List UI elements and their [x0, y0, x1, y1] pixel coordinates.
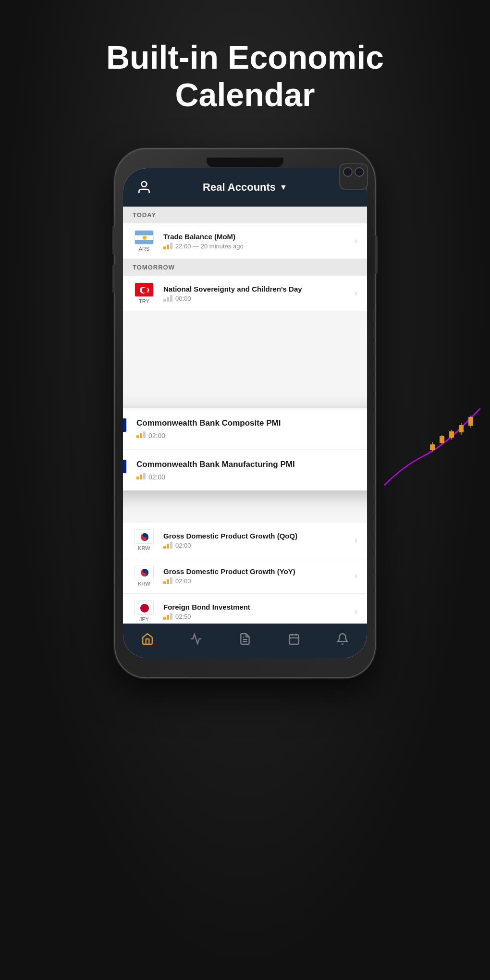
- more-events-container: KRW Gross Domestic Product Growth (QoQ): [123, 523, 367, 624]
- news-icon: [238, 632, 252, 646]
- floating-event-row-manufacturing[interactable]: AUD Commonwealth Bank Manufacturing PMI: [123, 450, 367, 490]
- section-tomorrow: TOMORROW: [123, 259, 367, 276]
- phone-camera-bump: [339, 163, 368, 190]
- nav-item-calendar[interactable]: [287, 632, 301, 646]
- flag-au-1: [123, 418, 127, 432]
- event-time-krw1: 02:00: [175, 542, 191, 549]
- event-info-foreign-bond: Foreign Bond Investment 02:50: [163, 603, 347, 620]
- event-time-ars: 22:00 — 20 minutes ago: [175, 243, 244, 250]
- event-time-row-krw2: 02:00: [163, 577, 347, 585]
- event-time-try: 00:00: [175, 295, 191, 302]
- flag-jp: [135, 600, 154, 615]
- nav-item-alerts[interactable]: [336, 632, 349, 646]
- section-today: TODAY: [123, 207, 367, 223]
- phone-notch: [207, 158, 283, 167]
- event-info-sovereignty: National Sovereignty and Children's Day …: [163, 285, 347, 302]
- event-row-try[interactable]: TRY National Sovereignty and Children's …: [123, 276, 367, 311]
- flag-container-aud-1: AUD: [123, 418, 129, 440]
- headline-line2: Calendar: [175, 76, 315, 113]
- headline-line1: Built-in Economic: [106, 39, 384, 75]
- flag-kr-1: [135, 529, 154, 544]
- svg-rect-9: [468, 417, 473, 426]
- svg-point-43: [143, 537, 147, 541]
- impact-bars-try: [163, 295, 172, 302]
- dropdown-arrow: ▼: [280, 183, 287, 192]
- event-name-trade-balance: Trade Balance (MoM): [163, 233, 347, 241]
- bell-icon: [336, 632, 349, 646]
- event-time-krw2: 02:00: [175, 577, 191, 585]
- flag-container-krw-2: KRW: [133, 565, 156, 587]
- phone-shell: Real Accounts ▼ TODAY: [115, 149, 375, 677]
- impact-bars-ars: [163, 243, 172, 249]
- currency-krw-2: KRW: [138, 581, 150, 587]
- nav-item-home[interactable]: [141, 632, 154, 646]
- floating-card: AUD Commonwealth Bank Composite PMI 02: [123, 408, 367, 490]
- app-header: Real Accounts ▼: [123, 168, 367, 207]
- svg-rect-1: [430, 444, 435, 450]
- phone-wrapper: Real Accounts ▼ TODAY: [115, 149, 375, 677]
- impact-bar-3: [143, 473, 146, 479]
- impact-bars-krw2: [163, 577, 172, 584]
- svg-point-46: [143, 569, 147, 573]
- impact-bar-3: [170, 243, 172, 249]
- event-name-gdp-yoy: Gross Domestic Product Growth (YoY): [163, 567, 347, 576]
- home-icon: [141, 632, 154, 646]
- impact-bars-aud1: [136, 431, 146, 438]
- flag-ar: [135, 230, 154, 245]
- event-row-jpy-bond[interactable]: JPY Foreign Bond Investment 02:50: [123, 594, 367, 624]
- flag-kr-2: [135, 565, 154, 579]
- impact-bar-1: [163, 299, 166, 302]
- impact-bar-3: [170, 577, 172, 584]
- chevron-krw1: ›: [355, 535, 357, 545]
- svg-point-42: [143, 533, 147, 537]
- event-info-gdp-yoy: Gross Domestic Product Growth (YoY) 02:0…: [163, 567, 347, 585]
- floating-event-row-composite[interactable]: AUD Commonwealth Bank Composite PMI 02: [123, 408, 367, 450]
- event-row-ars[interactable]: ARS Trade Balance (MoM) 22:00 — 20 minut…: [123, 223, 367, 259]
- impact-bars-jpy: [163, 613, 172, 620]
- event-time-aud2: 02:00: [148, 473, 165, 481]
- calendar-icon: [287, 632, 301, 646]
- nav-item-news[interactable]: [238, 632, 252, 646]
- user-icon[interactable]: [135, 178, 154, 197]
- currency-jpy: JPY: [139, 616, 149, 622]
- svg-point-47: [143, 573, 147, 576]
- svg-rect-52: [289, 635, 299, 644]
- flag-container-krw-1: KRW: [133, 529, 156, 551]
- impact-bar-1: [163, 546, 166, 549]
- impact-bars-krw1: [163, 542, 172, 549]
- event-row-krw-gdp-qoq[interactable]: KRW Gross Domestic Product Growth (QoQ): [123, 523, 367, 558]
- chevron-krw2: ›: [355, 571, 357, 581]
- impact-bars-aud2: [136, 473, 146, 479]
- event-info-manufacturing-pmi: Commonwealth Bank Manufacturing PMI 02:0…: [136, 460, 367, 481]
- camera-lens-2: [355, 167, 364, 177]
- svg-rect-20: [123, 418, 127, 432]
- svg-rect-5: [449, 431, 454, 438]
- impact-bar-1: [136, 435, 139, 438]
- chevron-jpy: ›: [355, 606, 357, 616]
- flag-au-2: [123, 459, 127, 474]
- impact-bar-1: [163, 617, 166, 620]
- phone-power-button: [375, 235, 378, 274]
- event-time-aud1: 02:00: [148, 432, 165, 440]
- event-time-row-aud2: 02:00: [136, 471, 367, 481]
- event-time-row-krw1: 02:00: [163, 542, 347, 549]
- header-title[interactable]: Real Accounts ▼: [203, 181, 287, 194]
- event-name-sovereignty: National Sovereignty and Children's Day: [163, 285, 347, 293]
- svg-point-13: [143, 236, 147, 240]
- svg-rect-3: [440, 436, 444, 443]
- svg-rect-30: [123, 460, 127, 474]
- impact-bar-2: [167, 579, 169, 584]
- bottom-navigation: [123, 624, 367, 658]
- event-info-gdp-qoq: Gross Domestic Product Growth (QoQ) 02:0…: [163, 532, 347, 549]
- event-name-foreign-bond: Foreign Bond Investment: [163, 603, 347, 611]
- event-time-row-try: 00:00: [163, 295, 347, 302]
- impact-bar-2: [140, 433, 142, 438]
- event-row-krw-gdp-yoy[interactable]: KRW Gross Domestic Product Growth (YoY): [123, 558, 367, 594]
- impact-bar-2: [167, 297, 169, 302]
- svg-point-49: [140, 604, 149, 612]
- nav-item-markets[interactable]: [189, 632, 203, 646]
- event-name-gdp-qoq: Gross Domestic Product Growth (QoQ): [163, 532, 347, 540]
- flag-container-jpy: JPY: [133, 600, 156, 622]
- event-name-composite-pmi: Commonwealth Bank Composite PMI: [136, 418, 367, 428]
- impact-bar-1: [163, 246, 166, 249]
